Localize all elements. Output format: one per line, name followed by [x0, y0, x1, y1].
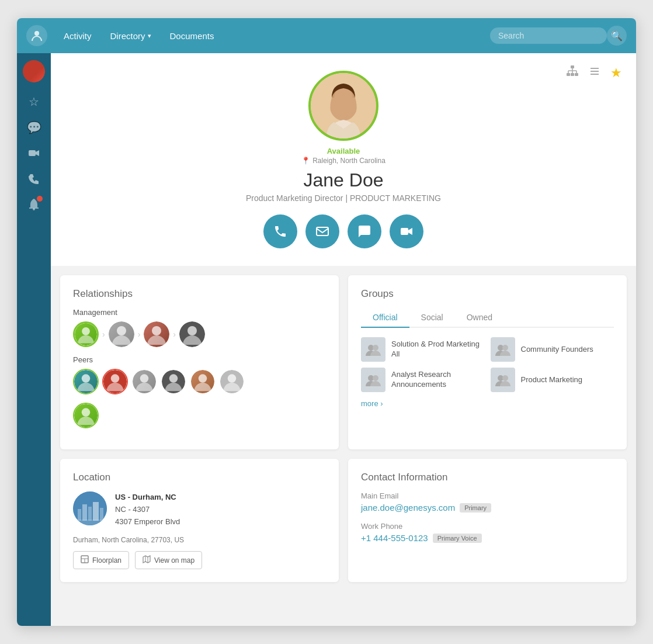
nav-directory[interactable]: Directory ▾ — [103, 27, 158, 44]
sidebar-item-favorites[interactable]: ☆ — [23, 91, 45, 113]
profile-actions-row — [263, 214, 423, 248]
chevron-down-icon: ▾ — [148, 32, 151, 40]
group-item-3[interactable]: Analyst Research Announcements — [361, 368, 485, 392]
groups-more-link[interactable]: more › — [361, 399, 614, 408]
svg-rect-41 — [82, 504, 87, 521]
location-name: US - Durham, NC — [115, 491, 180, 504]
sidebar-item-phone[interactable] — [23, 168, 45, 190]
svg-rect-6 — [575, 73, 578, 76]
favorite-icon[interactable]: ★ — [610, 65, 622, 81]
svg-rect-42 — [88, 507, 92, 521]
svg-rect-19 — [401, 228, 408, 235]
group-label-4: Product Marketing — [521, 375, 583, 385]
arrow-icon-2: › — [138, 330, 141, 339]
arrow-icon: › — [102, 330, 105, 339]
peer-1-avatar[interactable] — [73, 369, 99, 394]
sidebar-item-notifications[interactable] — [23, 193, 45, 216]
email-label: Main Email — [361, 491, 614, 500]
profile-status: Available — [327, 147, 360, 155]
management-label: Management — [73, 308, 326, 317]
app-container: Activity Directory ▾ Documents 🔍 ☆ 💬 — [17, 18, 636, 626]
peers-row-1 — [73, 369, 326, 394]
contact-email-row: Main Email jane.doe@genesys.com Primary — [361, 491, 614, 513]
phone-label: Work Phone — [361, 522, 614, 531]
profile-location: 📍 Raleigh, North Carolina — [301, 157, 385, 165]
management-row: › › › — [73, 321, 326, 347]
tab-owned[interactable]: Owned — [455, 308, 504, 328]
peer-5-avatar[interactable] — [190, 369, 216, 394]
tab-social[interactable]: Social — [409, 308, 455, 328]
svg-rect-45 — [73, 520, 107, 525]
group-label-1: Solution & Prod Marketing All — [391, 340, 485, 359]
svg-point-2 — [33, 208, 35, 210]
location-code: NC - 4307 — [115, 504, 180, 516]
manager-2-avatar[interactable] — [109, 321, 134, 347]
email-button[interactable] — [305, 214, 339, 248]
email-value: jane.doe@genesys.com Primary — [361, 503, 614, 513]
peer-2-avatar[interactable] — [102, 369, 128, 394]
sidebar-item-chat[interactable]: 💬 — [23, 116, 45, 139]
cards-area: Relationships Management › — [51, 266, 636, 591]
avatar-image — [23, 60, 45, 82]
profile-name: Jane Doe — [304, 169, 384, 191]
svg-point-21 — [117, 326, 126, 335]
org-chart-icon[interactable] — [566, 65, 579, 81]
group-item-2[interactable]: Community Founders — [491, 337, 614, 362]
svg-rect-44 — [100, 508, 103, 521]
manager-3-avatar[interactable] — [144, 321, 169, 347]
notification-badge — [37, 196, 43, 202]
sidebar-item-video[interactable] — [23, 142, 45, 164]
peer-3-avatar[interactable] — [131, 369, 157, 394]
tab-official[interactable]: Official — [361, 308, 409, 328]
location-thumbnail — [73, 491, 107, 525]
chat-button[interactable] — [348, 214, 381, 248]
video-button[interactable] — [390, 214, 423, 248]
group-icon-4 — [491, 368, 515, 392]
location-buttons: Floorplan View on map — [73, 551, 326, 569]
svg-point-38 — [502, 375, 508, 381]
groups-tabs: Official Social Owned — [361, 308, 614, 328]
map-icon — [143, 555, 151, 565]
svg-rect-3 — [571, 65, 574, 68]
peer-4-avatar[interactable] — [161, 369, 186, 394]
group-icon-2 — [491, 337, 515, 362]
floorplan-button[interactable]: Floorplan — [73, 551, 129, 569]
nav-activity[interactable]: Activity — [57, 27, 99, 44]
svg-rect-18 — [317, 227, 328, 236]
groups-card: Groups Official Social Owned — [348, 275, 627, 449]
peers-label: Peers — [73, 355, 326, 364]
search-input[interactable] — [490, 27, 607, 44]
groups-title: Groups — [361, 288, 614, 300]
manager-1-avatar[interactable] — [73, 321, 99, 347]
relationships-card: Relationships Management › — [60, 275, 339, 449]
peer-7-avatar[interactable] — [73, 403, 99, 428]
list-view-icon[interactable] — [588, 65, 601, 81]
svg-point-32 — [373, 345, 378, 351]
sidebar: ☆ 💬 — [17, 53, 51, 626]
view-on-map-button[interactable]: View on map — [135, 551, 202, 569]
main-area: ☆ 💬 — [17, 53, 636, 626]
location-details: US - Durham, NC NC - 4307 4307 Emperor B… — [115, 491, 180, 528]
content-area: ★ — [51, 53, 636, 626]
floorplan-icon — [81, 555, 89, 565]
svg-point-27 — [169, 374, 178, 383]
group-label-2: Community Founders — [521, 345, 593, 355]
svg-point-28 — [199, 374, 207, 383]
peer-6-avatar[interactable] — [219, 369, 245, 394]
contact-title: Contact Information — [361, 472, 614, 483]
group-item-1[interactable]: Solution & Prod Marketing All — [361, 337, 485, 362]
nav-documents[interactable]: Documents — [163, 27, 221, 44]
group-icon-1 — [361, 337, 385, 362]
manager-4-avatar[interactable] — [179, 321, 205, 347]
avatar-image-large — [311, 73, 376, 139]
call-button[interactable] — [263, 214, 297, 248]
location-info: US - Durham, NC NC - 4307 4307 Emperor B… — [73, 491, 326, 528]
group-item-4[interactable]: Product Marketing — [491, 368, 614, 392]
user-avatar[interactable] — [23, 60, 45, 82]
svg-point-22 — [152, 326, 161, 335]
phone-badge: Primary Voice — [433, 534, 482, 543]
svg-rect-5 — [571, 73, 574, 76]
location-title: Location — [73, 472, 326, 483]
search-button[interactable]: 🔍 — [607, 26, 627, 46]
svg-point-30 — [82, 408, 91, 417]
